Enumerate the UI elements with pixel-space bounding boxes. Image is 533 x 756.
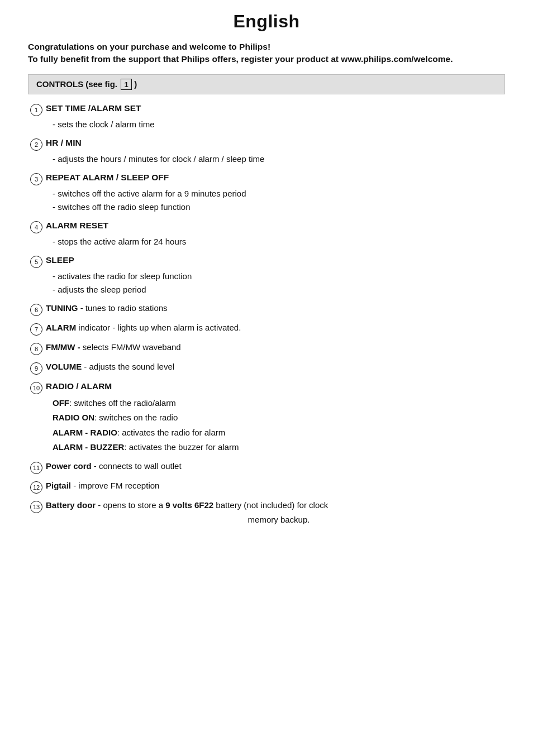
control-heading: 9VOLUME - adjusts the sound level [30, 362, 505, 375]
control-desc: - sets the clock / alarm time [30, 118, 505, 131]
sub-item-line: OFF: switches off the radio/alarm [53, 396, 505, 410]
circle-num: 1 [30, 104, 42, 116]
controls-header-label: CONTROLS (see fig. 1 ) [36, 79, 137, 90]
circle-num: 12 [30, 481, 42, 494]
circle-num: 9 [30, 362, 42, 375]
control-heading: 12Pigtail - improve FM reception [30, 481, 505, 494]
circle-num: 7 [30, 323, 42, 336]
control-desc: - adjusts the hours / minutes for clock … [30, 152, 505, 166]
control-label: FM/MW - selects FM/MW waveband [46, 342, 181, 352]
control-desc-line: - adjusts the sleep period [53, 283, 505, 296]
control-label: SLEEP [46, 255, 74, 265]
controls-header: CONTROLS (see fig. 1 ) [28, 74, 505, 94]
control-heading: 13Battery door - opens to store a 9 volt… [30, 500, 505, 513]
radio-alarm-sub: OFF: switches off the radio/alarmRADIO O… [30, 396, 505, 454]
circle-num: 6 [30, 304, 42, 316]
control-label: SET TIME /ALARM SET [46, 103, 141, 113]
control-heading: 6TUNING - tunes to radio stations [30, 303, 505, 316]
control-desc: - activates the radio for sleep function… [30, 270, 505, 296]
control-desc-line: - adjusts the hours / minutes for clock … [53, 152, 505, 166]
control-heading: 7ALARM indicator - lights up when alarm … [30, 323, 505, 336]
circle-num: 2 [30, 138, 42, 151]
circle-num: 11 [30, 462, 42, 474]
control-heading: 3REPEAT ALARM / SLEEP OFF [30, 173, 505, 185]
circle-num: 3 [30, 173, 42, 185]
control-heading: 2HR / MIN [30, 138, 505, 151]
list-item: 3REPEAT ALARM / SLEEP OFF- switches off … [28, 173, 505, 214]
sub-item-line: ALARM - RADIO: activates the radio for a… [53, 425, 505, 440]
circle-num: 5 [30, 256, 42, 268]
sub-label: OFF [53, 398, 69, 408]
list-item: 5SLEEP- activates the radio for sleep fu… [28, 255, 505, 296]
sub-label: ALARM - BUZZER [53, 442, 124, 452]
controls-list: 1SET TIME /ALARM SET- sets the clock / a… [28, 103, 505, 524]
list-item: 10RADIO / ALARMOFF: switches off the rad… [28, 381, 505, 454]
control-desc-line: - sets the clock / alarm time [53, 118, 505, 131]
control-label: Battery door - opens to store a 9 volts … [46, 500, 328, 510]
welcome-line2: To fully benefit from the support that P… [28, 54, 505, 64]
control-desc-line: - switches off the radio sleep function [53, 200, 505, 214]
control-heading: 8FM/MW - selects FM/MW waveband [30, 342, 505, 355]
welcome-block: Congratulations on your purchase and wel… [28, 42, 505, 64]
list-item: 2HR / MIN- adjusts the hours / minutes f… [28, 138, 505, 166]
control-heading: 11Power cord - connects to wall outlet [30, 461, 505, 474]
control-label: Power cord - connects to wall outlet [46, 461, 182, 471]
circle-num: 13 [30, 501, 42, 513]
sub-label: RADIO ON [53, 413, 94, 422]
control-label: REPEAT ALARM / SLEEP OFF [46, 173, 169, 183]
control-desc-line: - switches off the active alarm for a 9 … [53, 187, 505, 200]
list-item: 6TUNING - tunes to radio stations [28, 303, 505, 316]
page-container: English Congratulations on your purchase… [0, 0, 533, 756]
control-label: Pigtail - improve FM reception [46, 481, 159, 490]
control-desc: - switches off the active alarm for a 9 … [30, 187, 505, 214]
control-label: VOLUME - adjusts the sound level [46, 362, 174, 371]
sub-item-line: ALARM - BUZZER: activates the buzzer for… [53, 440, 505, 454]
list-item: 8FM/MW - selects FM/MW waveband [28, 342, 505, 355]
sub-label: ALARM - RADIO [53, 428, 117, 437]
control-desc-line: - activates the radio for sleep function [53, 270, 505, 283]
control-label: HR / MIN [46, 138, 82, 148]
circle-num: 10 [30, 382, 42, 394]
control-heading: 4ALARM RESET [30, 221, 505, 233]
list-item: 4ALARM RESET- stops the active alarm for… [28, 221, 505, 248]
control-label: ALARM RESET [46, 221, 108, 231]
list-item: 11Power cord - connects to wall outlet [28, 461, 505, 474]
list-item: 7ALARM indicator - lights up when alarm … [28, 323, 505, 336]
fig-box: 1 [121, 79, 132, 90]
battery-second-line: memory backup. [30, 515, 505, 524]
control-label: RADIO / ALARM [46, 381, 112, 391]
page-title: English [28, 11, 505, 32]
control-desc-line: - stops the active alarm for 24 hours [53, 235, 505, 248]
control-heading: 1SET TIME /ALARM SET [30, 103, 505, 116]
list-item: 9VOLUME - adjusts the sound level [28, 362, 505, 375]
welcome-line1: Congratulations on your purchase and wel… [28, 42, 505, 52]
sub-item-line: RADIO ON: switches on the radio [53, 410, 505, 425]
control-heading: 10RADIO / ALARM [30, 381, 505, 394]
control-label: ALARM indicator - lights up when alarm i… [46, 323, 241, 332]
list-item: 12Pigtail - improve FM reception [28, 481, 505, 494]
circle-num: 8 [30, 343, 42, 355]
control-label: TUNING - tunes to radio stations [46, 303, 168, 313]
circle-num: 4 [30, 221, 42, 233]
list-item: 1SET TIME /ALARM SET- sets the clock / a… [28, 103, 505, 131]
control-heading: 5SLEEP [30, 255, 505, 268]
list-item: 13Battery door - opens to store a 9 volt… [28, 500, 505, 524]
control-desc: - stops the active alarm for 24 hours [30, 235, 505, 248]
